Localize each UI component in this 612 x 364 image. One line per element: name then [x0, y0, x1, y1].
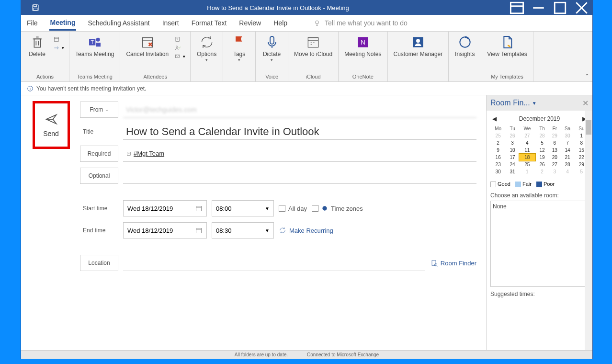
calendar-day[interactable]: 4	[560, 168, 574, 175]
cancel-invitation-button[interactable]: Cancel Invitation	[123, 34, 171, 58]
make-recurring-link[interactable]: Make Recurring	[279, 227, 333, 234]
teams-meeting-button[interactable]: T Teams Meeting	[72, 34, 117, 58]
time-zones-checkbox[interactable]: Time zones	[312, 205, 363, 212]
calendar-day[interactable]: 4	[519, 139, 535, 147]
meeting-notes-button[interactable]: N Meeting Notes	[341, 34, 384, 58]
from-button[interactable]: From ⌄	[80, 102, 118, 118]
delete-button[interactable]: Delete	[24, 34, 50, 58]
tags-button[interactable]: Tags▾	[226, 34, 252, 63]
calendar-day[interactable]: 13	[549, 147, 560, 154]
calendar-day[interactable]: 20	[549, 154, 560, 161]
optional-button[interactable]: Optional	[80, 168, 118, 184]
outlook-meeting-window: How to Send a Calendar Invite in Outlook…	[21, 0, 593, 359]
close-icon[interactable]	[571, 0, 592, 15]
end-date-input[interactable]: Wed 18/12/2019	[123, 222, 207, 239]
calendar-day[interactable]: 25	[490, 132, 506, 139]
start-time-input[interactable]: 08:00▼	[212, 200, 274, 216]
tab-scheduling[interactable]: Scheduling Assistant	[87, 16, 150, 30]
group-actions: Actions	[36, 73, 54, 80]
location-button[interactable]: Location	[80, 255, 118, 271]
tab-file[interactable]: File	[26, 16, 39, 30]
address-book-icon[interactable]	[172, 35, 187, 43]
microphone-icon	[264, 34, 280, 50]
title-label: Title	[80, 124, 118, 140]
calendar-day[interactable]: 3	[549, 168, 560, 175]
optional-input[interactable]	[123, 168, 476, 184]
qat-save-icon[interactable]	[21, 3, 50, 12]
required-input[interactable]: #Mgt Team	[123, 146, 476, 162]
calendar-day[interactable]: 28	[560, 161, 574, 168]
calendar-day[interactable]: 14	[560, 147, 574, 154]
room-finder-link[interactable]: Room Finder	[430, 259, 476, 267]
calendar-day[interactable]: 30	[560, 132, 574, 139]
calendar-day[interactable]: 2	[490, 139, 506, 147]
pane-dropdown-icon[interactable]: ▼	[532, 101, 537, 106]
title-input[interactable]: How to Send a Calendar Invite in Outlook	[123, 124, 476, 140]
options-button[interactable]: Options▾	[193, 34, 220, 63]
calendar-day[interactable]: 7	[560, 139, 574, 147]
prev-month-icon[interactable]: ◀	[492, 115, 497, 122]
calendar-day[interactable]: 16	[490, 154, 506, 161]
calendar-day[interactable]: 5	[535, 139, 549, 147]
group-attendees: Attendees	[143, 73, 167, 80]
dictate-button[interactable]: Dictate▾	[259, 34, 285, 63]
response-options-icon[interactable]: ▾	[172, 53, 187, 60]
calendar-day[interactable]: 12	[535, 147, 549, 154]
tab-insert[interactable]: Insert	[161, 16, 180, 30]
calendar-day[interactable]: 17	[506, 154, 519, 161]
calendar-day[interactable]: 26	[535, 161, 549, 168]
svg-rect-5	[555, 2, 566, 13]
collapse-ribbon-icon[interactable]: ⌃	[585, 73, 589, 80]
info-icon	[27, 85, 34, 92]
required-button[interactable]: Required	[80, 146, 118, 162]
calendar-day[interactable]: 6	[549, 139, 560, 147]
end-time-input[interactable]: 08:30▼	[212, 222, 274, 239]
room-list[interactable]: None	[490, 201, 589, 287]
calendar-day[interactable]: 10	[506, 147, 519, 154]
send-button[interactable]: Send	[33, 101, 70, 149]
calendar-day[interactable]: 24	[506, 161, 519, 168]
calendar-day[interactable]: 9	[490, 147, 506, 154]
tab-review[interactable]: Review	[238, 16, 262, 30]
check-names-icon[interactable]	[172, 44, 187, 52]
calendar-day[interactable]: 28	[535, 132, 549, 139]
calendar-day[interactable]: 1	[519, 168, 535, 175]
calendar-icon	[306, 34, 321, 50]
calendar-day[interactable]: 18	[519, 154, 535, 161]
calendar-day[interactable]: 27	[519, 132, 535, 139]
start-date-input[interactable]: Wed 18/12/2019	[123, 200, 207, 216]
location-input[interactable]	[123, 255, 425, 271]
calendar-day[interactable]: 23	[490, 161, 506, 168]
tab-help[interactable]: Help	[272, 16, 288, 30]
calendar-day[interactable]: 25	[519, 161, 535, 168]
ribbon-display-icon[interactable]	[506, 0, 528, 15]
tab-format[interactable]: Format Text	[191, 16, 228, 30]
pane-close-icon[interactable]: ✕	[582, 99, 589, 108]
calendar-day[interactable]: 2	[535, 168, 549, 175]
calendar-small-icon[interactable]	[51, 35, 66, 43]
svg-rect-2	[34, 8, 37, 11]
customer-manager-button[interactable]: Customer Manager	[391, 34, 446, 58]
maximize-icon[interactable]	[549, 0, 571, 15]
calendar-day[interactable]: 27	[549, 161, 560, 168]
calendar-day[interactable]: 19	[535, 154, 549, 161]
insights-button[interactable]: Insights	[452, 34, 478, 58]
calendar-day[interactable]: 31	[506, 168, 519, 175]
calendar-day[interactable]: 29	[549, 132, 560, 139]
calendar-day[interactable]: 30	[490, 168, 506, 175]
minimize-icon[interactable]	[528, 0, 549, 15]
calendar-day[interactable]: 11	[519, 147, 535, 154]
forward-small-icon[interactable]: ▾	[51, 44, 66, 52]
tab-meeting[interactable]: Meeting	[49, 16, 77, 31]
calendar-day[interactable]: 21	[560, 154, 574, 161]
calendar-day[interactable]: 26	[506, 132, 519, 139]
calendar-day[interactable]: 3	[506, 139, 519, 147]
tell-me-search[interactable]: Tell me what you want to do	[313, 19, 408, 27]
pane-scrollbar[interactable]	[585, 111, 592, 350]
all-day-checkbox[interactable]: All day	[279, 205, 307, 212]
meeting-form: Send From ⌄ Victor@techguides.com Title …	[21, 95, 486, 350]
view-templates-button[interactable]: View Templates	[484, 34, 530, 58]
teams-icon: T	[87, 34, 102, 50]
svg-point-29	[322, 206, 327, 210]
move-icloud-button[interactable]: Move to iCloud	[291, 34, 335, 58]
